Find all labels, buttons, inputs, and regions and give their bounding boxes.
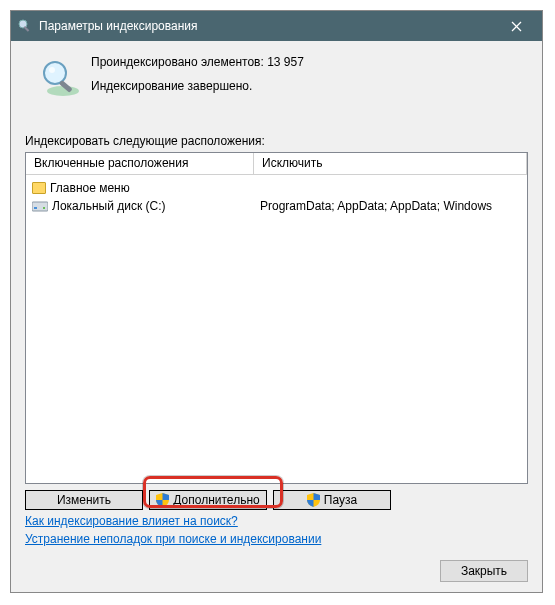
column-exclude[interactable]: Исключить bbox=[254, 153, 527, 174]
shield-icon bbox=[307, 493, 320, 507]
magnifier-icon bbox=[35, 55, 83, 106]
advanced-button[interactable]: Дополнительно bbox=[149, 490, 267, 510]
button-row: Изменить Дополнительно bbox=[25, 490, 528, 510]
client-area: Проиндексировано элементов: 13 957 Индек… bbox=[11, 41, 542, 592]
exclude-value bbox=[254, 179, 527, 197]
titlebar: Параметры индексирования bbox=[11, 11, 542, 41]
svg-point-4 bbox=[47, 86, 79, 96]
pause-button[interactable]: Пауза bbox=[273, 490, 391, 510]
locations-list[interactable]: Включенные расположения Исключить Главно… bbox=[25, 152, 528, 484]
link-troubleshoot-search-indexing[interactable]: Устранение неполадок при поиске и индекс… bbox=[25, 532, 321, 546]
dialog-window: Параметры индексирования Проиндексирован… bbox=[10, 10, 543, 593]
column-locations[interactable]: Включенные расположения bbox=[26, 153, 254, 174]
link-how-indexing-affects-search[interactable]: Как индексирование влияет на поиск? bbox=[25, 514, 238, 528]
indexing-state: Индексирование завершено. bbox=[91, 79, 304, 93]
svg-rect-10 bbox=[43, 207, 45, 209]
list-item[interactable]: Главное меню bbox=[26, 179, 254, 197]
close-button[interactable]: Закрыть bbox=[440, 560, 528, 582]
folder-icon bbox=[32, 182, 46, 194]
indexing-options-icon bbox=[17, 18, 33, 34]
svg-point-6 bbox=[49, 67, 55, 73]
indexed-count: Проиндексировано элементов: 13 957 bbox=[91, 55, 304, 69]
disk-icon bbox=[32, 200, 48, 212]
window-close-button[interactable] bbox=[496, 12, 536, 40]
location-name: Локальный диск (C:) bbox=[52, 199, 166, 213]
list-item[interactable]: Локальный диск (C:) bbox=[26, 197, 254, 215]
svg-point-5 bbox=[44, 62, 66, 84]
window-title: Параметры индексирования bbox=[39, 19, 496, 33]
locations-section-label: Индексировать следующие расположения: bbox=[25, 134, 528, 148]
shield-icon bbox=[156, 493, 169, 507]
exclude-value: ProgramData; AppData; AppData; Windows bbox=[254, 197, 527, 215]
location-name: Главное меню bbox=[50, 181, 130, 195]
list-header: Включенные расположения Исключить bbox=[26, 153, 527, 175]
svg-rect-8 bbox=[32, 202, 48, 211]
modify-button[interactable]: Изменить bbox=[25, 490, 143, 510]
svg-rect-9 bbox=[34, 207, 37, 209]
